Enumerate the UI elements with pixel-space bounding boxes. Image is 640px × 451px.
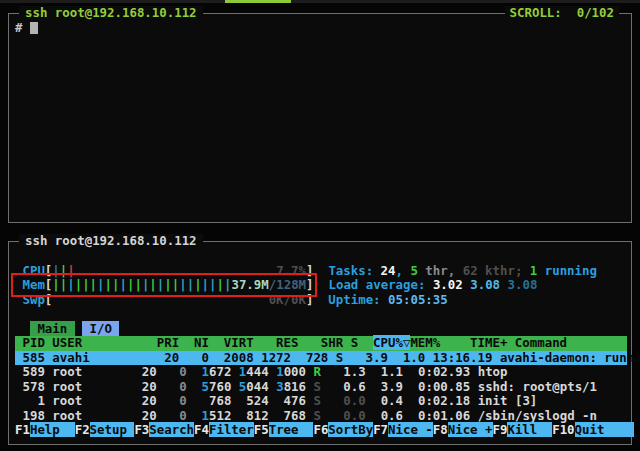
text-segment <box>231 379 238 394</box>
text-segment: 1 <box>202 408 209 423</box>
text-segment: 585 avahi 20 0 2008 1272 728 S 3.9 1.0 1… <box>15 350 640 365</box>
text-segment: 0.0 <box>343 393 365 408</box>
fkey-quit[interactable]: Quit <box>575 422 635 437</box>
text-segment: S <box>313 393 320 408</box>
process-row-1[interactable]: 1 root 20 0 768 524 476 S 0.0 0.4 0:02.1… <box>15 394 627 409</box>
process-row-589[interactable]: 589 root 20 0 1672 1444 1000 R 1.3 1.1 0… <box>15 365 627 380</box>
text-segment: 0K/0K <box>269 292 306 307</box>
text-segment <box>231 364 238 379</box>
text-segment <box>470 379 477 394</box>
text-segment: 812 <box>231 408 268 423</box>
table-header[interactable]: PID USER PRI NI VIRT RES SHR S CPU%▽MEM%… <box>15 336 627 351</box>
pane-title-bottom: ssh root@192.168.10.112 <box>19 234 203 249</box>
text-segment: , <box>448 263 463 278</box>
text-segment <box>321 379 343 394</box>
text-segment: || <box>127 277 142 292</box>
meter-swp-and-uptime: Swp[ 0K/0K] Uptime: 05:05:35 <box>15 293 627 308</box>
text-segment: 0 <box>157 364 187 379</box>
text-segment: 0 <box>157 393 187 408</box>
fkey-sortby[interactable]: SortBy <box>328 422 373 437</box>
text-segment: sshd: root@pts/1 <box>478 379 597 394</box>
process-row-585-selected[interactable]: 585 avahi 20 0 2008 1272 728 S 3.9 1.0 1… <box>15 351 627 366</box>
blank-line <box>15 307 627 322</box>
text-segment: Mem <box>15 277 45 292</box>
text-segment <box>403 393 418 408</box>
text-segment: 198 root 20 <box>15 408 157 423</box>
text-segment: | <box>97 277 104 292</box>
text-segment: | <box>67 277 74 292</box>
shell-prompt-line[interactable]: # <box>15 21 38 36</box>
text-segment: S <box>313 408 320 423</box>
text-segment: , <box>396 263 411 278</box>
text-segment: PID USER PRI NI VIRT RES SHR S <box>15 335 373 350</box>
fkey-search[interactable]: Search <box>149 422 194 437</box>
fkey-f4[interactable]: F4 <box>194 422 209 437</box>
fkey-f3[interactable]: F3 <box>134 422 149 437</box>
text-segment <box>403 364 418 379</box>
text-segment: 24 <box>381 263 396 278</box>
text-segment: ||| <box>75 277 97 292</box>
text-segment: | <box>217 277 224 292</box>
fkey-f9[interactable]: F9 <box>493 422 508 437</box>
fkey-f10[interactable]: F10 <box>552 422 574 437</box>
fkey-f8[interactable]: F8 <box>433 422 448 437</box>
text-segment <box>75 263 276 278</box>
fkey-f1[interactable]: F1 <box>15 422 30 437</box>
sort-column-cpu[interactable]: CPU%▽ <box>373 335 410 350</box>
text-segment: 578 root 20 <box>15 379 157 394</box>
text-segment: thr <box>418 263 448 278</box>
terminal-pane-top[interactable]: ssh root@192.168.10.112 SCROLL: 0/102 # <box>8 13 632 223</box>
fkey-help[interactable]: Help <box>30 422 75 437</box>
htop-screen: CPU[||| 7.7%] Tasks: 24, 5 thr, 62 kthr;… <box>15 249 627 438</box>
text-segment: 37.9M <box>231 277 268 292</box>
fkey-filter[interactable]: Filter <box>209 422 254 437</box>
text-segment: 0.6 <box>381 408 403 423</box>
prompt-symbol: # <box>15 20 30 35</box>
video-progress-artifact <box>225 0 291 3</box>
text-segment <box>187 364 202 379</box>
text-segment: ; <box>515 263 530 278</box>
text-segment: 476 <box>269 393 306 408</box>
text-segment: /128M <box>269 277 306 292</box>
text-segment <box>321 393 343 408</box>
fkey-f7[interactable]: F7 <box>373 422 388 437</box>
text-segment <box>306 364 313 379</box>
text-segment: || <box>105 277 120 292</box>
text-segment: 1 root 20 <box>15 393 157 408</box>
text-segment <box>366 408 381 423</box>
text-segment: 816 <box>284 379 306 394</box>
text-segment: S <box>314 379 321 394</box>
text-segment <box>366 393 381 408</box>
fkey-f5[interactable]: F5 <box>254 422 269 437</box>
text-segment: ] <box>306 277 313 292</box>
tab-io[interactable]: I/O <box>82 321 119 336</box>
process-row-198[interactable]: 198 root 20 0 1512 812 768 S 0.0 0.6 0:0… <box>15 409 627 424</box>
fkey-f6[interactable]: F6 <box>313 422 328 437</box>
text-segment <box>52 292 268 307</box>
text-segment: | <box>149 277 156 292</box>
fkey-kill[interactable]: Kill <box>507 422 552 437</box>
text-segment: 7.7% <box>276 263 306 278</box>
text-segment: 0:00.85 <box>418 379 470 394</box>
text-segment <box>403 408 418 423</box>
tab-main[interactable]: Main <box>30 321 75 336</box>
text-segment: 524 <box>231 393 268 408</box>
fkey-setup[interactable]: Setup <box>90 422 135 437</box>
blank-line <box>15 249 627 264</box>
fkey-f2[interactable]: F2 <box>75 422 90 437</box>
text-segment: 5 <box>410 263 417 278</box>
text-segment: Uptime: <box>328 292 388 307</box>
text-segment: init [3] <box>478 393 538 408</box>
function-key-bar[interactable]: F1Help F2Setup F3SearchF4FilterF5Tree F6… <box>15 423 627 438</box>
fkey-tree[interactable]: Tree <box>269 422 314 437</box>
fkey-nice-plus[interactable]: Nice + <box>448 422 493 437</box>
tab-bar: Main I/O <box>15 322 627 337</box>
text-segment: || <box>164 277 179 292</box>
process-row-578[interactable]: 578 root 20 0 5760 5044 3816 S 0.6 3.9 0… <box>15 380 627 395</box>
terminal-pane-bottom[interactable]: ssh root@192.168.10.112 CPU[||| 7.7%] Ta… <box>8 241 632 445</box>
text-segment: Swp <box>15 292 45 307</box>
text-segment: htop <box>478 364 508 379</box>
text-segment <box>313 263 328 278</box>
fkey-nice-minus[interactable]: Nice - <box>388 422 433 437</box>
text-segment: 3 <box>276 379 283 394</box>
